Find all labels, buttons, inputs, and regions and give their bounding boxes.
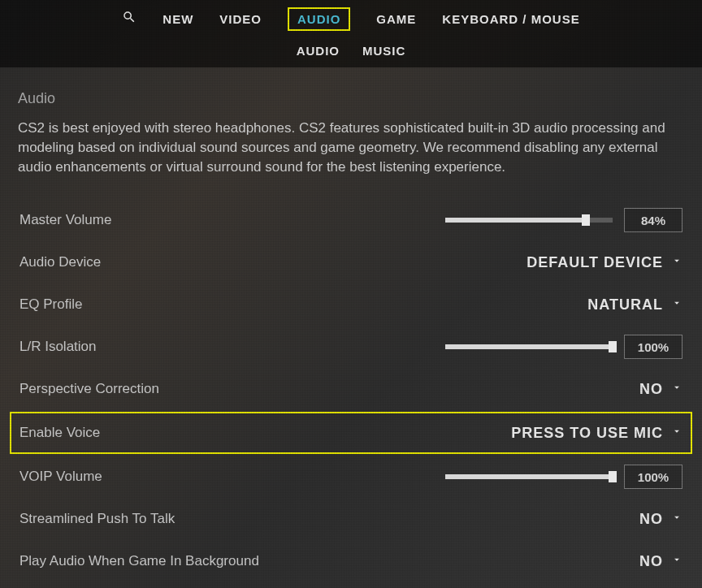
chevron-down-icon bbox=[671, 297, 682, 312]
nav-video[interactable]: VIDEO bbox=[219, 12, 262, 26]
value-voip-volume[interactable]: 100% bbox=[624, 465, 682, 489]
value-enable-voice: PRESS TO USE MIC bbox=[511, 425, 663, 442]
dropdown-eq-profile[interactable]: NATURAL bbox=[587, 296, 682, 313]
nav-new[interactable]: NEW bbox=[162, 12, 193, 26]
chevron-down-icon bbox=[671, 554, 682, 569]
label-perspective-correction: Perspective Correction bbox=[20, 381, 159, 397]
row-enable-voice: Enable Voice PRESS TO USE MIC bbox=[10, 412, 692, 454]
slider-thumb[interactable] bbox=[582, 214, 590, 226]
row-master-volume: Master Volume 84% bbox=[18, 199, 684, 241]
slider-thumb[interactable] bbox=[609, 471, 617, 482]
label-audio-device: Audio Device bbox=[20, 254, 101, 270]
label-lr-isolation: L/R Isolation bbox=[20, 339, 97, 355]
search-icon[interactable] bbox=[122, 10, 136, 28]
row-streamlined-ptt: Streamlined Push To Talk NO bbox=[18, 498, 684, 540]
secondary-nav: AUDIO MUSIC bbox=[0, 36, 702, 67]
primary-nav: NEW VIDEO AUDIO GAME KEYBOARD / MOUSE bbox=[0, 0, 702, 36]
value-lr-isolation[interactable]: 100% bbox=[624, 335, 682, 359]
dropdown-perspective-correction[interactable]: NO bbox=[639, 381, 682, 398]
nav-audio[interactable]: AUDIO bbox=[288, 7, 350, 31]
subnav-music[interactable]: MUSIC bbox=[362, 44, 405, 58]
slider-lr-isolation[interactable] bbox=[445, 344, 613, 349]
label-master-volume: Master Volume bbox=[20, 212, 111, 228]
value-perspective-correction: NO bbox=[639, 381, 663, 398]
chevron-down-icon bbox=[671, 382, 682, 396]
dropdown-play-bg-audio[interactable]: NO bbox=[639, 553, 682, 570]
row-play-bg-audio: Play Audio When Game In Background NO bbox=[18, 540, 684, 582]
value-audio-device: DEFAULT DEVICE bbox=[526, 254, 663, 271]
nav-game[interactable]: GAME bbox=[376, 12, 416, 26]
label-streamlined-ptt: Streamlined Push To Talk bbox=[20, 511, 175, 527]
label-voip-volume: VOIP Volume bbox=[20, 469, 102, 485]
dropdown-enable-voice[interactable]: PRESS TO USE MIC bbox=[511, 425, 682, 442]
slider-thumb[interactable] bbox=[609, 341, 617, 352]
chevron-down-icon bbox=[671, 512, 682, 526]
chevron-down-icon bbox=[671, 255, 682, 270]
subnav-audio[interactable]: AUDIO bbox=[297, 44, 340, 58]
slider-fill bbox=[445, 344, 613, 349]
row-perspective-correction: Perspective Correction NO bbox=[18, 368, 684, 410]
label-eq-profile: EQ Profile bbox=[20, 296, 82, 313]
value-eq-profile: NATURAL bbox=[587, 296, 663, 313]
section-title: Audio bbox=[18, 90, 684, 107]
label-play-bg-audio: Play Audio When Game In Background bbox=[20, 553, 259, 569]
row-eq-profile: EQ Profile NATURAL bbox=[18, 283, 684, 326]
value-master-volume[interactable]: 84% bbox=[624, 208, 682, 232]
label-enable-voice: Enable Voice bbox=[20, 425, 100, 441]
slider-master-volume[interactable] bbox=[445, 218, 613, 223]
dropdown-streamlined-ptt[interactable]: NO bbox=[639, 511, 682, 528]
slider-voip-volume[interactable] bbox=[445, 474, 613, 479]
value-play-bg-audio: NO bbox=[639, 553, 663, 570]
row-lr-isolation: L/R Isolation 100% bbox=[18, 326, 684, 368]
slider-fill bbox=[445, 474, 613, 479]
nav-keyboard-mouse[interactable]: KEYBOARD / MOUSE bbox=[442, 12, 579, 26]
dropdown-audio-device[interactable]: DEFAULT DEVICE bbox=[526, 254, 682, 271]
row-voip-volume: VOIP Volume 100% bbox=[18, 456, 684, 498]
chevron-down-icon bbox=[671, 426, 682, 440]
value-streamlined-ptt: NO bbox=[639, 511, 663, 528]
row-audio-device: Audio Device DEFAULT DEVICE bbox=[18, 241, 684, 283]
settings-content: Audio CS2 is best enjoyed with stereo he… bbox=[0, 67, 702, 582]
section-description: CS2 is best enjoyed with stereo headphon… bbox=[18, 119, 684, 176]
slider-fill bbox=[445, 218, 586, 223]
